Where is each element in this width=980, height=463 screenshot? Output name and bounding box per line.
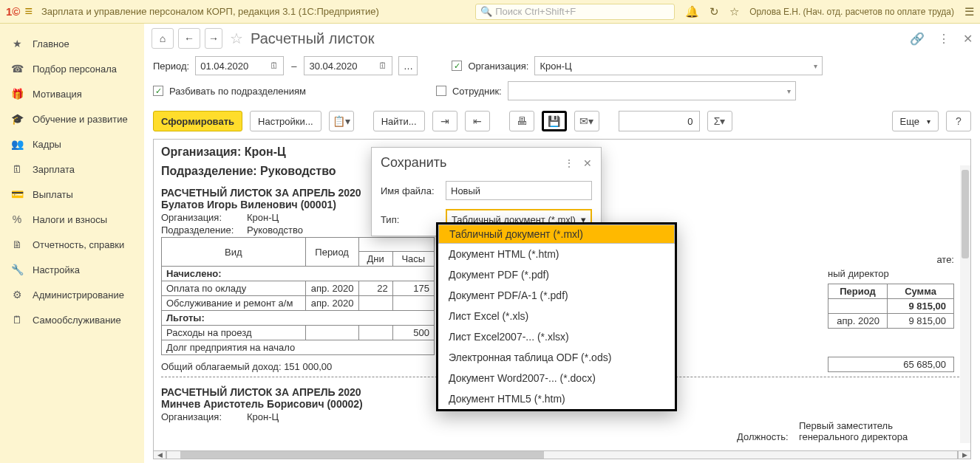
sidebar-item-settings[interactable]: 🔧Настройка (0, 257, 144, 282)
home-button[interactable]: ⌂ (152, 28, 174, 49)
dialog-more-icon[interactable]: ⋮ (564, 157, 574, 169)
form-button[interactable]: Сформировать (153, 111, 242, 131)
settings-bars-icon[interactable]: ☰ (964, 5, 974, 18)
page-title: Расчетный листок (251, 30, 374, 47)
bell-icon[interactable]: 🔔 (685, 5, 699, 18)
dropdown-item[interactable]: Документ PDF (*.pdf) (438, 264, 675, 285)
employee-label: Сотрудник: (452, 86, 502, 97)
sidebar-item-payments[interactable]: 💳Выплаты (0, 182, 144, 207)
clipboard-button[interactable]: 📋▾ (329, 111, 354, 131)
sidebar-item-salary[interactable]: 🗓Зарплата (0, 157, 144, 182)
split-checkbox[interactable] (153, 86, 163, 96)
page-header: ⌂ ← → ☆ Расчетный листок 🔗 ⋮ ✕ (144, 24, 980, 53)
dropdown-item[interactable]: Документ PDF/A-1 (*.pdf) (438, 285, 675, 306)
sidebar-item-label: Мотивация (33, 89, 82, 100)
sidebar-item-label: Главное (33, 38, 69, 49)
sidebar-item-admin[interactable]: ⚙Администрирование (0, 282, 144, 307)
period-to-input[interactable]: 30.04.2020🗓 (304, 56, 392, 75)
sidebar-item-recruiting[interactable]: ☎Подбор персонала (0, 56, 144, 81)
history-icon[interactable]: ↻ (710, 5, 719, 18)
horizontal-scrollbar[interactable]: ◀▶ (153, 448, 971, 462)
favorite-icon[interactable]: ☆ (230, 30, 243, 47)
org-label: Организация: (468, 61, 528, 72)
save-button[interactable]: 💾 (542, 111, 567, 131)
dropdown-item[interactable]: Лист Excel2007-... (*.xlsx) (438, 326, 675, 347)
period-picker-button[interactable]: … (398, 56, 418, 75)
filters-row1: Период: 01.04.2020🗓 – 30.04.2020🗓 … Орга… (144, 53, 980, 81)
sidebar-item-label: Самообслуживание (33, 315, 121, 326)
search-placeholder: Поиск Ctrl+Shift+F (495, 6, 576, 17)
filename-label: Имя файла: (381, 185, 440, 196)
sidebar-item-reports[interactable]: 🗎Отчетность, справки (0, 232, 144, 257)
filetype-dropdown: Табличный документ (*.mxl) Документ HTML… (436, 222, 677, 411)
sidebar: ★Главное ☎Подбор персонала 🎁Мотивация 🎓О… (0, 24, 144, 463)
forward-button[interactable]: → (205, 28, 222, 49)
graduation-icon: 🎓 (10, 113, 24, 125)
sidebar-item-motivation[interactable]: 🎁Мотивация (0, 81, 144, 106)
vertical-scrollbar[interactable] (960, 165, 970, 443)
employee-select[interactable]: ▾ (508, 81, 796, 100)
dropdown-item[interactable]: Электронная таблица ODF (*.ods) (438, 347, 675, 368)
dropdown-item[interactable]: Лист Excel (*.xls) (438, 306, 675, 326)
sidebar-item-label: Кадры (33, 139, 61, 150)
wrench-icon: 🔧 (10, 264, 24, 275)
org-checkbox[interactable] (452, 61, 462, 71)
more-button[interactable]: Еще▾ (892, 111, 939, 131)
dropdown-item[interactable]: Документ HTML (*.htm) (438, 244, 675, 264)
sidebar-item-label: Отчетность, справки (33, 239, 124, 250)
print-button[interactable]: 🖶 (509, 111, 534, 131)
close-icon[interactable]: ✕ (963, 32, 973, 46)
sidebar-item-hr[interactable]: 👥Кадры (0, 131, 144, 157)
filetype-label: Тип: (381, 214, 440, 225)
sidebar-item-label: Зарплата (33, 164, 75, 175)
doc-icon: 🗎 (10, 239, 24, 250)
percent-icon: % (10, 213, 24, 225)
settings-button[interactable]: Настройки... (250, 111, 321, 131)
back-button[interactable]: ← (178, 28, 200, 49)
split-label: Разбивать по подразделениям (169, 86, 306, 97)
dropdown-item[interactable]: Табличный документ (*.mxl) (438, 224, 675, 244)
people-icon: 👥 (10, 138, 24, 150)
sidebar-item-label: Налоги и взносы (33, 214, 107, 225)
top-icons: 🔔 ↻ ☆ Орлова Е.Н. (Нач. отд. расчетов по… (685, 5, 974, 18)
star-icon: ★ (10, 38, 24, 49)
sidebar-item-home[interactable]: ★Главное (0, 31, 144, 56)
dialog-close-icon[interactable]: ✕ (583, 157, 592, 169)
period-from-input[interactable]: 01.04.2020🗓 (195, 56, 284, 75)
toolbar: Сформировать Настройки... 📋▾ Найти... ⇥ … (144, 106, 980, 139)
employee-checkbox[interactable] (436, 86, 446, 96)
filename-input[interactable]: Новый (446, 181, 592, 200)
sum-value[interactable]: 0 (619, 111, 700, 131)
sigma-button[interactable]: Σ▾ (707, 111, 732, 131)
sidebar-item-label: Настройка (33, 264, 80, 275)
sidebar-item-label: Выплаты (33, 189, 73, 200)
sidebar-item-label: Подбор персонала (33, 64, 117, 75)
more-menu-icon[interactable]: ⋮ (938, 32, 950, 46)
find-button[interactable]: Найти... (373, 111, 425, 131)
dropdown-item[interactable]: Документ Word2007-... (*.docx) (438, 368, 675, 388)
help-button[interactable]: ? (946, 111, 971, 131)
hamburger-icon[interactable]: ≡ (24, 4, 33, 19)
expand-button[interactable]: ⇥ (432, 111, 457, 131)
sidebar-item-selfservice[interactable]: 🗒Самообслуживание (0, 307, 144, 332)
calendar-icon[interactable]: 🗓 (378, 61, 387, 71)
star-icon[interactable]: ☆ (729, 5, 739, 18)
global-search[interactable]: 🔍 Поиск Ctrl+Shift+F (475, 4, 675, 20)
user-label[interactable]: Орлова Е.Н. (Нач. отд. расчетов по оплат… (749, 7, 954, 17)
sidebar-item-training[interactable]: 🎓Обучение и развитие (0, 106, 144, 131)
calendar-icon[interactable]: 🗓 (270, 61, 279, 71)
mail-button[interactable]: ✉▾ (574, 111, 599, 131)
top-bar: 1© ≡ Зарплата и управление персоналом КО… (0, 0, 980, 24)
sidebar-item-taxes[interactable]: %Налоги и взносы (0, 207, 144, 232)
gift-icon: 🎁 (10, 88, 24, 100)
phone-icon: ☎ (10, 63, 24, 75)
sidebar-item-label: Администрирование (33, 289, 124, 301)
link-icon[interactable]: 🔗 (910, 32, 925, 46)
slip2-position: Должность: Первый заместитель генерально… (737, 420, 954, 442)
collapse-button[interactable]: ⇤ (465, 111, 490, 131)
calendar-icon: 🗓 (10, 163, 24, 175)
right-fragment: ате: ный директор ПериодСумма 9 815,00 а… (828, 254, 954, 372)
app-title: Зарплата и управление персоналом КОРП, р… (41, 6, 379, 17)
org-select[interactable]: Крон-Ц▾ (534, 56, 823, 75)
dropdown-item[interactable]: Документ HTML5 (*.htm) (438, 388, 675, 409)
